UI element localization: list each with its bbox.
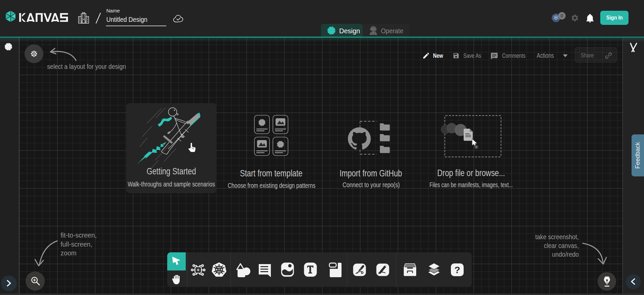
svg-text:?: ?	[454, 265, 460, 275]
